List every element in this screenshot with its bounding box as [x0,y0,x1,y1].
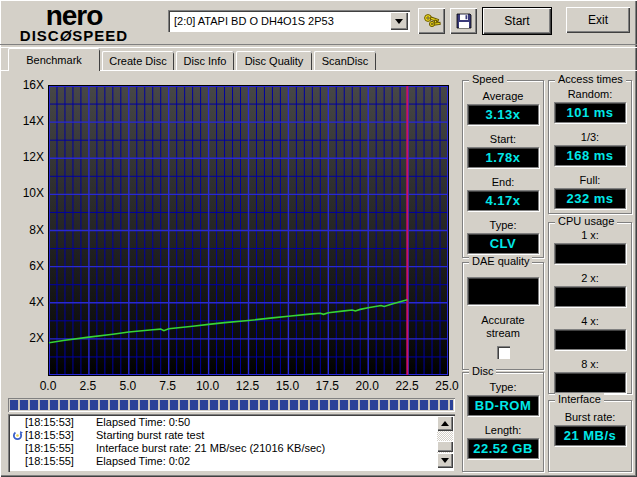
arrow-down-icon [441,458,449,463]
start-speed-label: Start: [490,133,516,145]
exit-button-label: Exit [588,13,608,27]
log-row: [18:15:55] Elapsed Time: 0:02 [10,455,453,468]
log-timestamp: [18:15:53] [25,429,83,442]
y-tick-label: 10X [0,186,44,200]
cpu-1x-display [554,243,626,264]
x-tick-label: 10.0 [192,379,224,393]
x-tick-label: 5.0 [112,379,144,393]
disc-type-label: Type: [490,381,517,393]
drive-selector-dropdown-button[interactable] [390,12,408,30]
chevron-down-icon [395,19,403,24]
speed-plot [48,85,449,376]
burst-rate-display: 21 MB/s [554,425,626,446]
cpu-4x-label: 4 x: [581,315,599,327]
tab-benchmark[interactable]: Benchmark [8,48,100,71]
x-tick-label: 2.5 [72,379,104,393]
random-access-display: 101 ms [554,102,626,123]
start-button-label: Start [504,14,529,28]
y-tick-label: 16X [0,78,44,92]
y-tick-label: 12X [0,150,44,164]
dae-quality-panel-title: DAE quality [469,255,532,267]
interface-panel: Interface Burst rate: 21 MB/s [548,400,632,472]
options-button[interactable] [418,8,445,34]
disc-panel-title: Disc [469,365,496,377]
tab-label: Disc Info [184,55,227,67]
scrollbar-up-button[interactable] [437,416,453,431]
cpu-8x-display [554,372,626,393]
drive-selector-dropdown[interactable]: [2:0] ATAPI BD O DH4O1S 2P53 [168,10,410,32]
average-speed-display: 3.13x [467,104,539,125]
access-times-panel-title: Access times [555,73,626,85]
y-tick-label: 4X [0,295,44,309]
cpu-8x-label: 8 x: [581,358,599,370]
log-icon-slot [10,429,25,442]
start-speed-display: 1.78x [467,147,539,168]
log-scrollbar[interactable] [437,416,453,468]
benchmark-chart: 2X4X6X8X10X12X14X16X 0.02.55.07.510.012.… [0,70,460,400]
tab-disc-info[interactable]: Disc Info [176,51,234,70]
tab-create-disc[interactable]: Create Disc [102,51,174,70]
log-icon-slot [10,416,25,429]
drive-selector-value: [2:0] ATAPI BD O DH4O1S 2P53 [168,15,390,27]
cpu-2x-display [554,286,626,307]
start-button[interactable]: Start [482,7,552,35]
x-tick-label: 20.0 [351,379,383,393]
log-icon-slot [10,455,25,468]
logo-nero-text: nero [12,2,136,30]
log-timestamp: [18:15:55] [25,442,83,455]
speed-type-display: CLV [467,233,539,254]
save-floppy-icon [455,12,473,30]
y-tick-label: 2X [0,331,44,345]
nero-discspeed-logo: nero DISCØSPEED [12,2,136,43]
disc-length-label: Length: [485,424,522,436]
disc-type-display: BD-ROM [467,395,539,416]
log-message: Elapsed Time: 0:50 [96,416,190,429]
progress-bar [8,398,455,412]
cpu-4x-display [554,329,626,350]
y-tick-label: 14X [0,114,44,128]
tab-label: Disc Quality [245,55,304,67]
log-timestamp: [18:15:55] [25,455,83,468]
cpu-2x-label: 2 x: [581,272,599,284]
tab-scandisc[interactable]: ScanDisc [314,51,376,70]
x-tick-label: 12.5 [232,379,264,393]
speed-panel: Speed Average 3.13x Start: 1.78x End: 4.… [462,80,544,258]
full-access-label: Full: [580,174,601,186]
log-listbox[interactable]: [18:15:53] Elapsed Time: 0:50 [18:15:53]… [8,414,455,472]
burst-rate-label: Burst rate: [565,411,616,423]
x-tick-label: 15.0 [271,379,303,393]
x-tick-label: 17.5 [311,379,343,393]
full-access-display: 232 ms [554,188,626,209]
end-speed-label: End: [492,176,515,188]
access-times-panel: Access times Random: 101 ms 1/3: 168 ms … [548,80,632,214]
key-icon [422,11,442,31]
dae-quality-panel: DAE quality Accurate stream [462,262,544,370]
log-timestamp: [18:15:53] [25,416,83,429]
exit-button[interactable]: Exit [566,7,630,33]
scrollbar-down-button[interactable] [437,453,453,468]
speed-panel-title: Speed [469,73,507,85]
cpu-1x-label: 1 x: [581,229,599,241]
log-row: [18:15:55] Interface burst rate: 21 MB/s… [10,442,453,455]
average-speed-label: Average [483,90,524,102]
x-tick-label: 0.0 [32,379,64,393]
tab-label: ScanDisc [322,55,368,67]
cpu-usage-panel: CPU usage 1 x: 2 x: 4 x: 8 x: [548,222,632,394]
tab-disc-quality[interactable]: Disc Quality [236,51,312,70]
accurate-stream-checkbox[interactable] [497,346,510,359]
accurate-stream-label: Accurate stream [471,314,535,340]
y-tick-label: 8X [0,223,44,237]
log-message: Starting burst rate test [96,429,204,442]
x-tick-label: 22.5 [391,379,423,393]
interface-panel-title: Interface [555,393,604,405]
y-tick-label: 6X [0,259,44,273]
disc-icon: Ø [60,27,73,44]
save-button[interactable] [450,8,477,34]
x-tick-label: 7.5 [152,379,184,393]
log-message: Interface burst rate: 21 MB/sec (21016 K… [96,442,325,455]
scrollbar-thumb[interactable] [437,441,453,452]
one-third-access-display: 168 ms [554,145,626,166]
one-third-access-label: 1/3: [581,131,599,143]
log-message: Elapsed Time: 0:02 [96,455,190,468]
log-row: [18:15:53] Elapsed Time: 0:50 [10,416,453,429]
